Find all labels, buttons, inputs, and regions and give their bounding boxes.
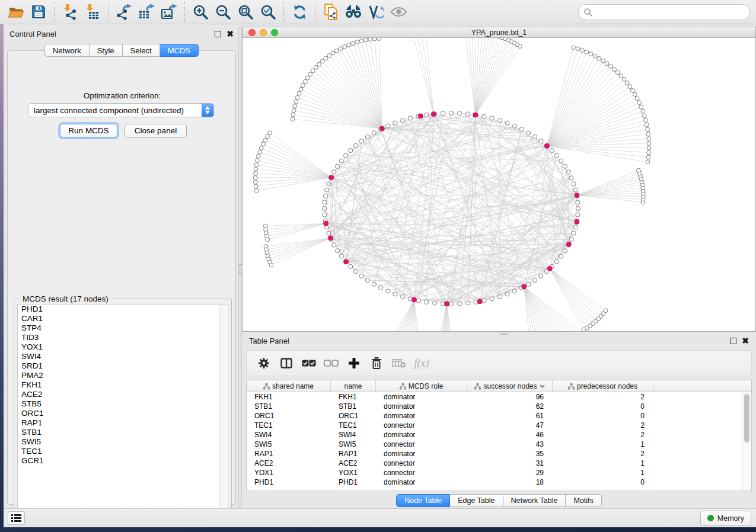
import-table-button[interactable]: [81, 2, 104, 22]
zoom-fit-button[interactable]: [234, 2, 257, 22]
export-image-button[interactable]: [158, 2, 180, 22]
show-graphics-details-button[interactable]: [387, 2, 410, 22]
cell-shared_name[interactable]: RAP1: [247, 449, 331, 459]
open-vizmapper-button[interactable]: [365, 2, 387, 22]
cell-successor_nodes[interactable]: 61: [467, 411, 553, 421]
cell-shared_name[interactable]: SWI5: [247, 440, 331, 449]
cell-name[interactable]: PHD1: [331, 477, 376, 487]
cell-shared_name[interactable]: FKH1: [247, 392, 331, 402]
clone-network-button[interactable]: [320, 2, 342, 22]
mcds-result-item[interactable]: TID3: [18, 333, 228, 342]
close-panel-button[interactable]: Close panel: [125, 124, 187, 137]
float-table-panel-icon[interactable]: [730, 338, 736, 344]
tab-network-table[interactable]: Network Table: [503, 494, 566, 507]
cell-predecessor_nodes[interactable]: 2: [553, 449, 653, 459]
close-table-panel-icon[interactable]: ✖: [742, 338, 749, 344]
mcds-result-item[interactable]: TEC1: [18, 447, 228, 456]
cell-mcds_role[interactable]: dominator: [376, 402, 467, 411]
tab-edge-table[interactable]: Edge Table: [450, 494, 503, 507]
select-all-columns-button[interactable]: [299, 352, 319, 374]
table-row[interactable]: YOX1YOX1connector291: [247, 468, 751, 477]
cell-shared_name[interactable]: ORC1: [247, 411, 331, 421]
cell-successor_nodes[interactable]: 43: [467, 440, 553, 449]
cell-predecessor_nodes[interactable]: 1: [553, 459, 653, 468]
zoom-in-button[interactable]: [189, 2, 212, 22]
cell-predecessor_nodes[interactable]: 2: [553, 392, 653, 402]
zoom-selected-button[interactable]: [257, 2, 279, 22]
mcds-result-item[interactable]: SWI4: [18, 352, 228, 361]
cell-name[interactable]: YOX1: [331, 468, 376, 477]
cell-successor_nodes[interactable]: 62: [467, 402, 553, 411]
table-row[interactable]: STB1STB1dominator620: [247, 402, 751, 411]
tab-motifs[interactable]: Motifs: [566, 494, 601, 507]
table-row[interactable]: FKH1FKH1dominator962: [247, 392, 751, 402]
save-session-button[interactable]: [27, 2, 50, 22]
cell-mcds_role[interactable]: dominator: [376, 477, 467, 487]
tab-style[interactable]: Style: [90, 44, 123, 57]
cell-name[interactable]: ACE2: [331, 459, 376, 468]
criterion-dropdown[interactable]: largest connected component (undirected): [28, 103, 214, 117]
export-table-button[interactable]: [135, 2, 158, 22]
cell-name[interactable]: TEC1: [331, 421, 376, 430]
cell-shared_name[interactable]: STB1: [247, 402, 331, 411]
mcds-result-item[interactable]: SWI5: [18, 437, 228, 447]
mcds-result-item[interactable]: GCR1: [18, 456, 228, 466]
float-panel-icon[interactable]: [215, 31, 221, 37]
cell-name[interactable]: SWI5: [331, 440, 376, 449]
cell-predecessor_nodes[interactable]: 2: [553, 421, 653, 430]
cell-shared_name[interactable]: TEC1: [247, 421, 331, 430]
cell-mcds_role[interactable]: dominator: [376, 430, 467, 440]
cell-mcds_role[interactable]: dominator: [376, 411, 467, 421]
table-row[interactable]: SWI5SWI5connector431: [247, 440, 751, 449]
cell-successor_nodes[interactable]: 29: [467, 468, 553, 477]
cell-shared_name[interactable]: YOX1: [247, 468, 331, 477]
open-file-button[interactable]: [5, 2, 27, 22]
table-row[interactable]: SWI4SWI4dominator462: [247, 430, 751, 440]
cell-predecessor_nodes[interactable]: 1: [553, 468, 653, 477]
cell-successor_nodes[interactable]: 35: [467, 449, 553, 459]
mcds-result-item[interactable]: STP4: [18, 323, 228, 333]
table-settings-button[interactable]: [254, 352, 274, 374]
maximize-window-icon[interactable]: [271, 29, 278, 36]
cell-predecessor_nodes[interactable]: 2: [553, 430, 653, 440]
column-header-MCDS-role[interactable]: MCDS role: [376, 380, 467, 392]
cell-name[interactable]: FKH1: [331, 392, 376, 402]
mcds-result-item[interactable]: SRD1: [18, 361, 228, 371]
cell-mcds_role[interactable]: dominator: [376, 449, 467, 459]
column-header-successor-nodes[interactable]: successor nodes: [467, 380, 553, 392]
column-header-shared-name[interactable]: shared name: [247, 380, 331, 392]
tab-node-table[interactable]: Node Table: [396, 494, 450, 507]
delete-table-button[interactable]: [389, 352, 409, 374]
cell-shared_name[interactable]: SWI4: [247, 430, 331, 440]
cell-successor_nodes[interactable]: 46: [467, 430, 553, 440]
cell-name[interactable]: SWI4: [331, 430, 376, 440]
mcds-result-item[interactable]: YOX1: [18, 342, 228, 352]
close-window-icon[interactable]: [248, 29, 256, 36]
zoom-out-button[interactable]: [212, 2, 234, 22]
search-input[interactable]: [578, 4, 750, 20]
cell-mcds_role[interactable]: dominator: [376, 392, 467, 402]
tab-select[interactable]: Select: [123, 44, 160, 57]
cell-mcds_role[interactable]: connector: [376, 440, 467, 449]
cell-predecessor_nodes[interactable]: 0: [553, 402, 653, 411]
import-network-button[interactable]: [59, 2, 81, 22]
cell-mcds_role[interactable]: connector: [376, 421, 467, 430]
mcds-result-item[interactable]: ORC1: [18, 409, 228, 418]
mcds-result-item[interactable]: FKH1: [18, 380, 228, 390]
table-row[interactable]: ACE2ACE2connector311: [247, 459, 751, 468]
cell-predecessor_nodes[interactable]: 0: [553, 477, 653, 487]
search-network-button[interactable]: [342, 2, 365, 22]
mcds-result-item[interactable]: PMA2: [18, 371, 228, 380]
cell-shared_name[interactable]: PHD1: [247, 477, 331, 487]
cell-name[interactable]: STB1: [331, 402, 376, 411]
tab-mcds[interactable]: MCDS: [160, 44, 199, 57]
column-header-predecessor-nodes[interactable]: predecessor nodes: [553, 380, 653, 392]
table-scrollbar-thumb[interactable]: [744, 394, 749, 443]
cell-mcds_role[interactable]: connector: [376, 459, 467, 468]
table-scrollbar[interactable]: [742, 392, 751, 491]
mcds-result-list[interactable]: PHD1CAR1STP4TID3YOX1SWI4SRD1PMA2FKH1ACE2…: [17, 304, 228, 517]
cell-mcds_role[interactable]: connector: [376, 468, 467, 477]
column-header-name[interactable]: name: [331, 380, 376, 392]
minimize-window-icon[interactable]: [260, 29, 267, 36]
mcds-result-item[interactable]: PHD1: [18, 305, 228, 314]
